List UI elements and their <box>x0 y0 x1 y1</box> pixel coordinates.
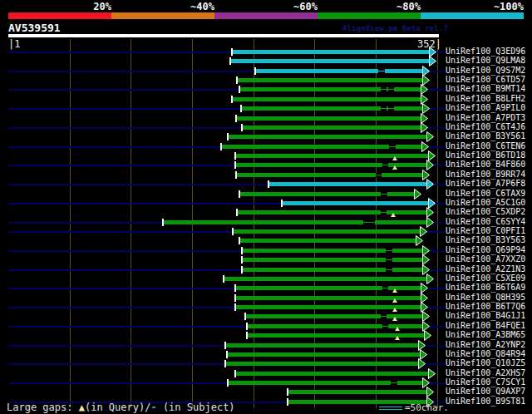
hit-label[interactable]: UniRef100_B9MT14 <box>446 84 525 93</box>
hit-label[interactable]: UniRef100_B3Y561 <box>446 131 525 140</box>
subject-gap-line <box>376 175 382 175</box>
hit-label[interactable]: UniRef100_A5C1G0 <box>446 198 525 207</box>
hit-label[interactable]: UniRef100_C7SCY1 <box>446 377 525 387</box>
start-tick <box>287 388 288 396</box>
hit-bar[interactable] <box>237 78 422 82</box>
hit-label[interactable]: UniRef100_C6TD57 <box>446 75 525 84</box>
hit-label[interactable]: UniRef100_B3Y563 <box>446 235 525 244</box>
hit-bar[interactable] <box>268 182 426 186</box>
start-tick <box>236 209 238 216</box>
hit-label[interactable]: UniRef100_B4G1J1 <box>446 311 525 320</box>
hit-label[interactable]: UniRef100_A3BM65 <box>446 330 525 339</box>
subject-gap-line <box>381 194 387 195</box>
hit-label[interactable]: UniRef100_C6SYY4 <box>446 217 525 226</box>
hit-label[interactable]: UniRef100_C5XDP2 <box>446 207 525 216</box>
hit-label[interactable]: UniRef100_C6TAX9 <box>446 189 525 198</box>
start-tick <box>287 398 288 406</box>
subject-gap-line <box>391 382 397 383</box>
hit-bar[interactable] <box>242 268 422 272</box>
hit-label[interactable]: UniRef100_B9RR74 <box>446 170 525 179</box>
subject-gap-line <box>386 259 392 260</box>
start-tick <box>231 48 233 56</box>
query-gap-icon <box>392 156 397 160</box>
hit-bar[interactable] <box>235 154 428 158</box>
subject-gap-line <box>363 222 375 223</box>
start-tick <box>223 275 224 283</box>
hit-label[interactable]: UniRef100_Q9AXP7 <box>446 387 525 396</box>
hit-bar[interactable] <box>230 59 429 63</box>
hit-bar[interactable] <box>236 116 421 121</box>
alignview-screen: 20%~40%~60%~80%~100% AV539591 AlignView.… <box>0 0 532 414</box>
subject-gap-line <box>382 165 388 165</box>
hit-bar[interactable] <box>232 50 429 54</box>
hit-bar[interactable] <box>225 362 418 366</box>
start-tick <box>246 323 248 330</box>
hit-bar[interactable] <box>241 106 422 111</box>
hit-label[interactable]: UniRef100_B6T6A9 <box>446 283 525 292</box>
hit-label[interactable]: UniRef100_A7PDT3 <box>446 113 525 122</box>
hit-bar[interactable] <box>232 97 421 101</box>
start-tick <box>235 171 237 179</box>
hit-label[interactable]: UniRef100_A2YNP2 <box>446 340 525 349</box>
subject-gap-line <box>378 71 385 71</box>
start-tick <box>234 370 236 377</box>
start-tick <box>162 219 164 226</box>
hit-bar[interactable] <box>235 372 428 376</box>
hit-label[interactable]: UniRef100_A7P6F8 <box>446 179 525 188</box>
hit-plot: UniRef100_Q3ED96UniRef100_Q9LMA8UniRef10… <box>0 0 532 414</box>
hit-label[interactable]: UniRef100_Q9LMA8 <box>446 56 525 65</box>
hit-label[interactable]: UniRef100_B9ST81 <box>446 397 525 406</box>
subject-gap-legend-icon: - <box>150 402 156 413</box>
start-tick <box>232 228 234 235</box>
start-tick <box>234 161 236 169</box>
hit-label[interactable]: UniRef100_C5XE09 <box>446 274 525 283</box>
hit-label[interactable]: UniRef100_B6T7Q6 <box>446 302 525 311</box>
start-tick <box>236 76 238 84</box>
hit-label[interactable]: UniRef100_B4F860 <box>446 160 525 169</box>
hit-bar[interactable] <box>235 163 426 167</box>
hit-bar[interactable] <box>242 258 422 262</box>
hit-label[interactable]: UniRef100_A9PIL0 <box>446 103 525 112</box>
start-tick <box>224 360 226 367</box>
hit-label[interactable]: UniRef100_Q10JZ5 <box>446 358 525 367</box>
hit-bar[interactable] <box>227 352 420 357</box>
gridline <box>70 39 71 408</box>
hit-bar[interactable] <box>163 220 426 224</box>
hit-bar[interactable] <box>237 210 426 214</box>
gap-legend-query-text: (in Query)/ <box>85 402 150 413</box>
hit-label[interactable]: UniRef100_A2Z1N3 <box>446 264 525 274</box>
hit-label[interactable]: UniRef100_Q3ED96 <box>446 47 525 56</box>
hit-label[interactable]: UniRef100_Q84R94 <box>446 349 525 358</box>
start-tick <box>227 379 229 387</box>
hit-label[interactable]: UniRef100_B4FQE1 <box>446 321 525 330</box>
hit-label[interactable]: UniRef100_A2XHS7 <box>446 368 525 377</box>
hit-bar[interactable] <box>228 135 426 139</box>
hit-bar[interactable] <box>225 343 418 347</box>
hit-bar[interactable] <box>242 126 421 130</box>
hit-bar[interactable] <box>224 277 426 281</box>
hit-label[interactable]: UniRef100_C0PFI1 <box>446 226 525 235</box>
hit-label[interactable]: UniRef100_A7XXZ0 <box>446 254 525 264</box>
strand-arrow-icon <box>426 179 435 190</box>
hit-bar[interactable] <box>233 229 420 234</box>
hit-bar[interactable] <box>239 192 414 196</box>
subject-gap-line <box>381 108 387 109</box>
scale-ruler-label: =50char. <box>405 402 449 413</box>
hit-label[interactable]: UniRef100_B8LFH2 <box>446 94 525 103</box>
hit-bar[interactable] <box>239 239 416 243</box>
hit-bar[interactable] <box>242 249 422 253</box>
hit-bar[interactable] <box>288 390 426 394</box>
hit-label[interactable]: UniRef100_Q8H395 <box>446 293 525 302</box>
hit-label[interactable]: UniRef100_C6TEN6 <box>446 141 525 150</box>
hit-label[interactable]: UniRef100_Q69P94 <box>446 245 525 254</box>
hit-bar[interactable] <box>255 69 422 73</box>
hit-label[interactable]: UniRef100_C6T4J6 <box>446 122 525 131</box>
hit-label[interactable]: UniRef100_Q9S7M2 <box>446 66 525 75</box>
start-tick <box>241 247 243 254</box>
start-tick <box>239 86 240 93</box>
hit-bar[interactable] <box>236 173 422 177</box>
hit-label[interactable]: UniRef100_B6TD18 <box>446 150 525 160</box>
hit-bar[interactable] <box>282 201 428 205</box>
start-tick <box>235 115 237 122</box>
start-tick <box>229 57 231 65</box>
